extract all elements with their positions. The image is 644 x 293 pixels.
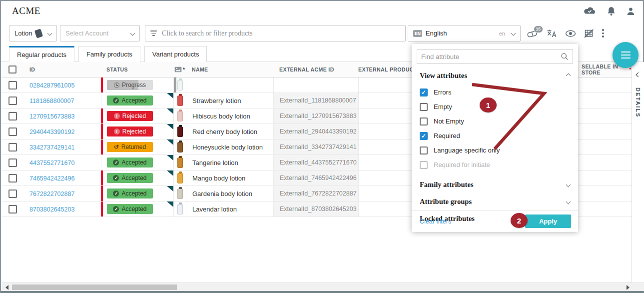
- row-checkbox[interactable]: [8, 190, 17, 198]
- column-header-status[interactable]: STATUS: [101, 62, 173, 77]
- product-id-link[interactable]: 7672822702887: [29, 190, 74, 198]
- name-cell[interactable]: Hibiscus body lotion: [186, 108, 273, 124]
- product-search-input[interactable]: [162, 30, 400, 38]
- option-checkbox[interactable]: [420, 146, 428, 154]
- external-acme-id-cell[interactable]: ExternalId_4437552771670: [273, 155, 358, 170]
- scroll-left-arrow-icon[interactable]: [5, 285, 8, 290]
- expand-details-chevron-icon[interactable]: [636, 72, 641, 78]
- name-cell[interactable]: Honeysuckle body lotion: [186, 140, 273, 154]
- product-id-link[interactable]: 8703802645203: [29, 206, 74, 213]
- attribute-filter-option[interactable]: Required for initiate: [412, 158, 578, 172]
- product-id-link[interactable]: 0284287961005: [29, 82, 74, 89]
- sellable-in-store-cell[interactable]: [573, 202, 632, 216]
- notifications-bell-icon[interactable]: [607, 6, 616, 16]
- external-acme-id-cell[interactable]: ExternalId_3342737429141: [273, 140, 358, 154]
- workflow-corner-flag: [167, 186, 173, 192]
- product-id-link[interactable]: 2940443390192: [29, 128, 74, 136]
- option-checkbox[interactable]: [420, 132, 428, 140]
- sellable-in-store-cell[interactable]: [573, 186, 632, 201]
- find-attribute-input[interactable]: [421, 53, 561, 60]
- product-thumbnail[interactable]: [177, 96, 183, 106]
- product-thumbnail[interactable]: [177, 80, 183, 90]
- name-cell[interactable]: [186, 78, 273, 92]
- row-checkbox[interactable]: [8, 143, 17, 152]
- name-cell[interactable]: Mango body lotion: [186, 170, 273, 186]
- visibility-eye-icon[interactable]: [565, 30, 576, 37]
- horizontal-scrollbar[interactable]: [2, 282, 644, 291]
- option-checkbox[interactable]: [420, 161, 428, 169]
- product-thumbnail[interactable]: [177, 142, 183, 152]
- status-cell: ✓ Accepted: [101, 186, 173, 201]
- row-checkbox[interactable]: [8, 158, 17, 167]
- sellable-in-store-cell[interactable]: [573, 108, 632, 124]
- column-header-image[interactable]: *: [173, 62, 186, 77]
- sellable-in-store-cell[interactable]: [573, 124, 632, 139]
- sellable-in-store-cell[interactable]: [573, 140, 632, 154]
- chevron-down-icon: [130, 31, 135, 36]
- product-thumbnail[interactable]: [177, 188, 183, 199]
- product-thumbnail[interactable]: [177, 111, 183, 122]
- select-all-checkbox[interactable]: [8, 66, 16, 74]
- grid-view-off-icon[interactable]: [584, 29, 594, 38]
- image-cell: [173, 124, 186, 139]
- name-cell[interactable]: Gardenia body lotion: [186, 186, 273, 201]
- translate-icon[interactable]: [547, 28, 557, 38]
- product-thumbnail[interactable]: [177, 173, 183, 184]
- product-thumbnail[interactable]: [177, 158, 183, 168]
- bulk-edit-pill-icon[interactable]: 15: [527, 30, 539, 38]
- status-cell: ↺ Returned: [101, 140, 173, 154]
- name-cell[interactable]: Red cherry body lotion: [186, 124, 273, 139]
- filter-funnel-icon[interactable]: [150, 30, 157, 36]
- sellable-in-store-cell[interactable]: [573, 170, 632, 186]
- row-checkbox[interactable]: [8, 81, 17, 90]
- collapsed-attribute-section[interactable]: Attribute groups: [412, 193, 578, 210]
- external-acme-id-cell[interactable]: ExternalId_7465942422496: [273, 170, 358, 186]
- row-checkbox[interactable]: [8, 96, 17, 105]
- row-checkbox[interactable]: [8, 112, 17, 120]
- row-checkbox[interactable]: [8, 205, 17, 214]
- external-acme-id-cell[interactable]: ExternalId_7672822702887: [273, 186, 358, 201]
- tab-family-products[interactable]: Family products: [78, 46, 140, 62]
- tab-regular-products[interactable]: Regular products: [9, 46, 74, 62]
- apply-button[interactable]: Apply: [525, 214, 571, 228]
- main-menu-fab-button[interactable]: [613, 42, 639, 68]
- product-id-link[interactable]: 3342737429141: [29, 144, 74, 151]
- scroll-right-arrow-icon[interactable]: [627, 285, 630, 290]
- external-acme-id-cell[interactable]: ExternalId_1181868800007: [273, 93, 358, 108]
- option-checkbox[interactable]: [420, 118, 428, 126]
- sellable-in-store-cell[interactable]: [573, 93, 632, 108]
- column-header-id[interactable]: ID: [23, 66, 101, 72]
- product-id-link[interactable]: 7465942422496: [29, 175, 74, 182]
- product-thumbnail[interactable]: [177, 126, 183, 137]
- product-id-link[interactable]: 1270915673883: [29, 113, 74, 120]
- name-cell[interactable]: Strawberry lotion: [186, 93, 273, 108]
- language-selector[interactable]: EN English en: [408, 25, 521, 42]
- row-checkbox[interactable]: [8, 174, 17, 182]
- account-selector[interactable]: Select Account: [60, 25, 140, 42]
- external-acme-id-cell[interactable]: ExternalId_8703802645203: [273, 202, 358, 216]
- external-acme-id-cell[interactable]: [273, 78, 358, 92]
- tab-variant-products[interactable]: Variant products: [144, 46, 207, 62]
- product-id-link[interactable]: 4437552771670: [29, 160, 74, 166]
- collapsed-attribute-section[interactable]: Family attributes: [412, 176, 578, 193]
- catalog-selector[interactable]: Lotion: [9, 25, 57, 42]
- product-thumbnail[interactable]: [177, 204, 183, 214]
- external-acme-id-cell[interactable]: ExternalId_2940443390192: [273, 124, 358, 139]
- product-id-link[interactable]: 1181868800007: [29, 98, 74, 104]
- option-checkbox[interactable]: [420, 88, 428, 96]
- sync-cloud-icon[interactable]: [583, 6, 596, 16]
- more-options-kebab-icon[interactable]: [602, 29, 604, 38]
- status-icon: ↺: [114, 144, 119, 150]
- column-header-name[interactable]: NAME: [186, 62, 273, 77]
- option-checkbox[interactable]: [420, 103, 428, 111]
- row-checkbox[interactable]: [8, 128, 17, 136]
- name-cell[interactable]: Lavendar lotion: [186, 202, 273, 216]
- external-acme-id-cell[interactable]: ExternalId_1270915673883: [273, 108, 358, 124]
- sellable-in-store-cell[interactable]: [573, 155, 632, 170]
- user-profile-icon[interactable]: [627, 7, 635, 16]
- name-cell[interactable]: Tangerine lotion: [186, 155, 273, 170]
- sellable-in-store-cell[interactable]: [573, 78, 632, 92]
- clear-filters-link[interactable]: Clear filters: [420, 218, 451, 225]
- scrollbar-thumb[interactable]: [12, 284, 177, 290]
- column-header-external-acme-id[interactable]: EXTERNAL ACME ID: [273, 62, 358, 77]
